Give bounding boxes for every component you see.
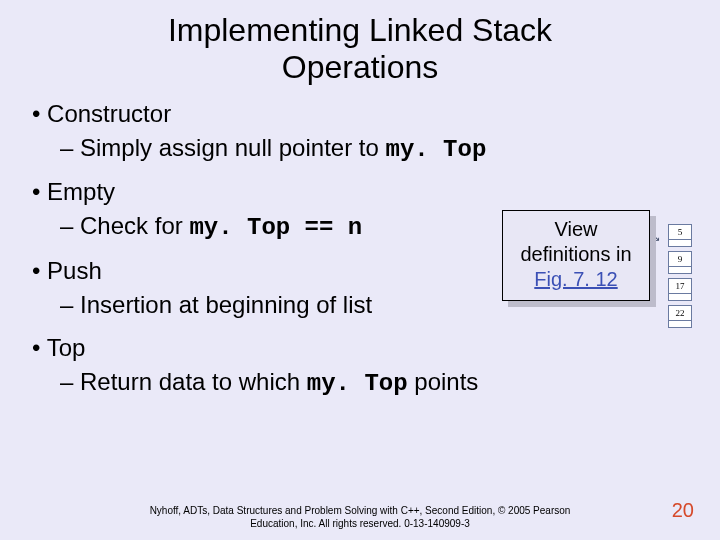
bullet-constructor: Constructor (32, 100, 692, 128)
bullet-empty: Empty (32, 178, 692, 206)
list-node: 9 (668, 251, 692, 274)
bullet-empty-label: Empty (47, 178, 115, 205)
footer-line-2: Education, Inc. All rights reserved. 0-1… (250, 518, 470, 529)
code-mytop: my. Top (386, 136, 487, 163)
slide: Implementing Linked Stack Operations Con… (0, 0, 720, 540)
node-ptr (668, 321, 692, 328)
text: points (408, 368, 479, 395)
subbullet-constructor: Simply assign null pointer to my. Top (60, 134, 692, 165)
node-ptr (668, 267, 692, 274)
code-check: my. Top == n (189, 214, 362, 241)
bullet-constructor-label: Constructor (47, 100, 171, 127)
callout-link[interactable]: Fig. 7. 12 (534, 268, 617, 290)
text: Simply assign null pointer to (80, 134, 385, 161)
text: Check for (80, 212, 189, 239)
subbullet-top: Return data to which my. Top points (60, 368, 692, 399)
code-mytop: my. Top (307, 370, 408, 397)
text: Return data to which (80, 368, 307, 395)
bullet-top-label: Top (47, 334, 86, 361)
footer-line-1: Nyhoff, ADTs, Data Structures and Proble… (150, 505, 571, 516)
list-node: 5 (668, 224, 692, 247)
callout-box-wrap: View definitions in Fig. 7. 12 (502, 210, 650, 301)
linked-list-diagram: ↘ myTop 5 9 17 22 (668, 220, 692, 328)
bullet-push-label: Push (47, 257, 102, 284)
node-ptr (668, 240, 692, 247)
node-ptr (668, 294, 692, 301)
title-line-1: Implementing Linked Stack (168, 12, 552, 48)
footer-copyright: Nyhoff, ADTs, Data Structures and Proble… (0, 505, 720, 530)
page-number: 20 (672, 499, 694, 522)
node-data: 5 (668, 224, 692, 240)
bullet-top: Top (32, 334, 692, 362)
node-data: 9 (668, 251, 692, 267)
title-line-2: Operations (282, 49, 439, 85)
callout-line-1: View (555, 218, 598, 240)
list-node: 17 (668, 278, 692, 301)
node-data: 22 (668, 305, 692, 321)
slide-title: Implementing Linked Stack Operations (0, 0, 720, 86)
list-node: 22 (668, 305, 692, 328)
text: Insertion at beginning of list (80, 291, 372, 318)
node-data: 17 (668, 278, 692, 294)
callout-box: View definitions in Fig. 7. 12 (502, 210, 650, 301)
callout-line-2: definitions in (520, 243, 631, 265)
